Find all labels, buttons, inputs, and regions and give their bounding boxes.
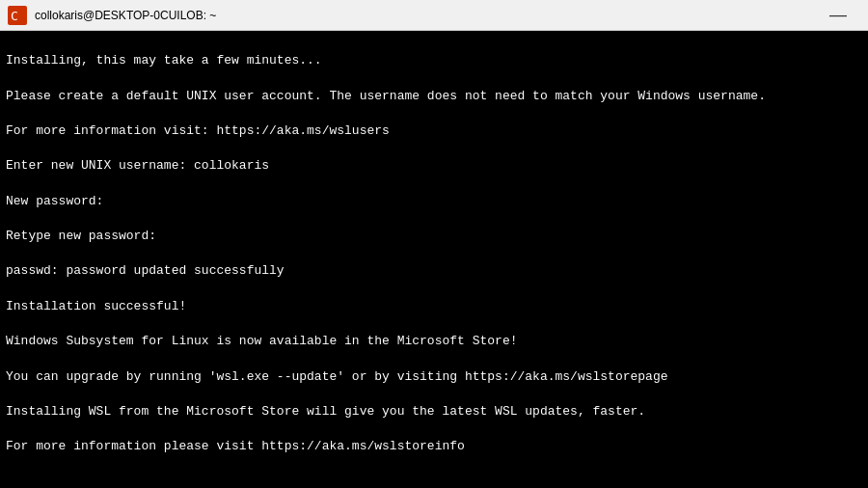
minimize-button[interactable]: — bbox=[816, 0, 860, 31]
terminal-line: Installing, this may take a few minutes.… bbox=[6, 52, 862, 69]
terminal-line: Retype new password: bbox=[6, 228, 862, 245]
window-title: collokaris@DESKTOP-0CUILOB: ~ bbox=[35, 9, 816, 22]
terminal-line: For more information visit: https://aka.… bbox=[6, 122, 862, 140]
svg-text:C: C bbox=[11, 9, 18, 23]
app-icon: C bbox=[8, 6, 27, 25]
titlebar: C collokaris@DESKTOP-0CUILOB: ~ — bbox=[0, 0, 868, 31]
terminal-line: You can upgrade by running 'wsl.exe --up… bbox=[6, 368, 862, 386]
terminal-line: For more information please visit https:… bbox=[6, 438, 862, 455]
terminal-line: passwd: password updated successfully bbox=[6, 262, 862, 280]
terminal-line: Enter new UNIX username: collokaris bbox=[6, 157, 862, 175]
terminal-line bbox=[6, 474, 862, 488]
terminal-line: Installing WSL from the Microsoft Store … bbox=[6, 403, 862, 420]
terminal-line: New password: bbox=[6, 193, 862, 210]
terminal-line: Please create a default UNIX user accoun… bbox=[6, 88, 862, 105]
terminal-line: Windows Subsystem for Linux is now avail… bbox=[6, 333, 862, 350]
terminal-output[interactable]: Installing, this may take a few minutes.… bbox=[0, 31, 868, 488]
terminal-line: Installation successful! bbox=[6, 298, 862, 315]
